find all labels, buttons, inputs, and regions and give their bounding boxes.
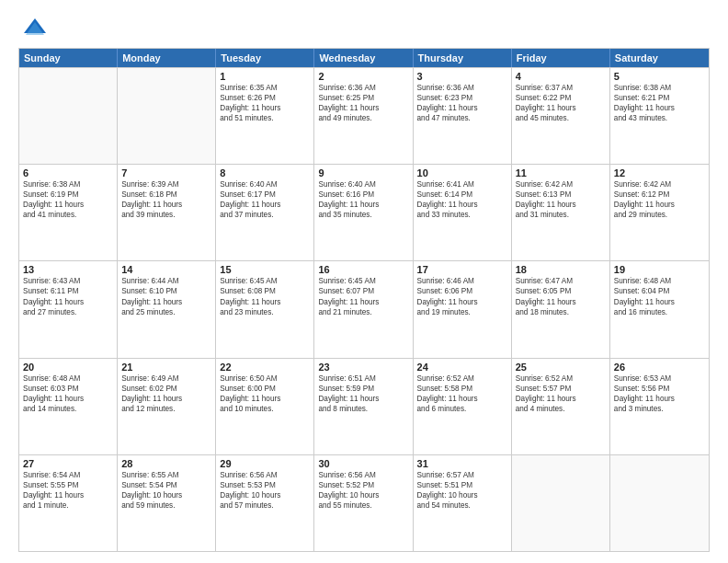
cell-line: Daylight: 10 hours <box>318 490 408 500</box>
cell-line: Sunrise: 6:38 AM <box>614 83 705 93</box>
calendar-cell: 9Sunrise: 6:40 AMSunset: 6:16 PMDaylight… <box>314 165 413 260</box>
cell-line: and 25 minutes. <box>121 307 211 317</box>
cell-line: Daylight: 11 hours <box>614 103 705 113</box>
logo-icon <box>22 15 48 40</box>
day-number: 20 <box>23 362 113 373</box>
day-number: 31 <box>417 458 507 469</box>
cell-line: Daylight: 11 hours <box>121 394 211 404</box>
calendar-header-cell: Saturday <box>610 49 709 67</box>
calendar-cell: 16Sunrise: 6:45 AMSunset: 6:07 PMDayligh… <box>314 261 413 357</box>
cell-line: Sunrise: 6:48 AM <box>614 276 705 286</box>
cell-line: Sunset: 6:17 PM <box>220 190 310 200</box>
calendar-cell: 14Sunrise: 6:44 AMSunset: 6:10 PMDayligh… <box>118 261 216 357</box>
calendar-cell: 10Sunrise: 6:41 AMSunset: 6:14 PMDayligh… <box>414 165 512 260</box>
day-number: 14 <box>121 264 211 275</box>
calendar-cell: 12Sunrise: 6:42 AMSunset: 6:12 PMDayligh… <box>610 165 709 260</box>
cell-line: Sunrise: 6:56 AM <box>220 470 310 480</box>
day-number: 8 <box>220 167 310 178</box>
cell-line: and 6 minutes. <box>417 404 507 414</box>
logo <box>18 15 48 40</box>
calendar-cell: 25Sunrise: 6:52 AMSunset: 5:57 PMDayligh… <box>512 359 610 454</box>
cell-line: Daylight: 11 hours <box>23 394 113 404</box>
cell-line: Daylight: 11 hours <box>614 394 705 404</box>
calendar-cell: 20Sunrise: 6:48 AMSunset: 6:03 PMDayligh… <box>19 359 118 454</box>
cell-line: Daylight: 10 hours <box>417 490 507 500</box>
calendar-header-cell: Wednesday <box>314 49 413 67</box>
cell-line: Daylight: 11 hours <box>417 103 507 113</box>
cell-line: Daylight: 10 hours <box>121 490 211 500</box>
cell-line: and 55 minutes. <box>318 500 408 511</box>
cell-line: Sunset: 5:59 PM <box>318 384 408 394</box>
cell-line: Daylight: 11 hours <box>121 200 211 210</box>
calendar-cell: 11Sunrise: 6:42 AMSunset: 6:13 PMDayligh… <box>512 165 610 260</box>
cell-line: and 29 minutes. <box>614 210 705 220</box>
cell-line: Sunset: 6:19 PM <box>23 190 113 200</box>
cell-line: Sunset: 6:07 PM <box>318 286 408 296</box>
cell-line: Sunset: 6:18 PM <box>121 190 211 200</box>
cell-line: Sunset: 6:12 PM <box>614 190 705 200</box>
cell-line: and 23 minutes. <box>220 307 310 317</box>
calendar-row: 13Sunrise: 6:43 AMSunset: 6:11 PMDayligh… <box>19 260 709 357</box>
calendar-cell: 18Sunrise: 6:47 AMSunset: 6:05 PMDayligh… <box>512 261 610 357</box>
cell-line: Sunset: 6:08 PM <box>220 286 310 296</box>
cell-line: and 4 minutes. <box>516 404 606 414</box>
cell-line: Daylight: 11 hours <box>318 200 408 210</box>
cell-line: and 10 minutes. <box>220 404 310 414</box>
cell-line: and 43 minutes. <box>614 113 705 123</box>
cell-line: Daylight: 11 hours <box>516 394 606 404</box>
cell-line: Sunrise: 6:41 AM <box>417 179 507 190</box>
cell-line: and 19 minutes. <box>417 307 507 317</box>
cell-line: Sunset: 5:52 PM <box>318 480 408 490</box>
cell-line: Sunset: 6:21 PM <box>614 93 705 103</box>
cell-line: Sunset: 6:26 PM <box>220 93 310 103</box>
cell-line: Daylight: 11 hours <box>318 103 408 113</box>
cell-line: Sunset: 6:23 PM <box>417 93 507 103</box>
day-number: 21 <box>121 362 211 373</box>
day-number: 23 <box>318 362 408 373</box>
day-number: 26 <box>614 362 705 373</box>
cell-line: and 33 minutes. <box>417 210 507 220</box>
cell-line: and 18 minutes. <box>516 307 606 317</box>
cell-line: Sunset: 6:16 PM <box>318 190 408 200</box>
calendar-header-cell: Tuesday <box>216 49 314 67</box>
day-number: 24 <box>417 362 507 373</box>
cell-line: Sunrise: 6:52 AM <box>417 373 507 384</box>
day-number: 22 <box>220 362 310 373</box>
cell-line: Sunrise: 6:57 AM <box>417 470 507 480</box>
cell-line: Daylight: 11 hours <box>417 200 507 210</box>
calendar-cell: 30Sunrise: 6:56 AMSunset: 5:52 PMDayligh… <box>314 455 413 551</box>
cell-line: Daylight: 11 hours <box>220 200 310 210</box>
cell-line: Daylight: 11 hours <box>318 297 408 307</box>
day-number: 29 <box>220 458 310 469</box>
cell-line: Daylight: 11 hours <box>516 297 606 307</box>
day-number: 27 <box>23 458 113 469</box>
calendar-cell: 19Sunrise: 6:48 AMSunset: 6:04 PMDayligh… <box>610 261 709 357</box>
cell-line: and 49 minutes. <box>318 113 408 123</box>
cell-line: Sunset: 6:00 PM <box>220 384 310 394</box>
calendar-cell: 24Sunrise: 6:52 AMSunset: 5:58 PMDayligh… <box>414 359 512 454</box>
day-number: 28 <box>121 458 211 469</box>
header <box>18 15 710 40</box>
cell-line: Daylight: 11 hours <box>23 297 113 307</box>
day-number: 17 <box>417 264 507 275</box>
calendar-cell: 2Sunrise: 6:36 AMSunset: 6:25 PMDaylight… <box>314 68 413 164</box>
cell-line: Daylight: 11 hours <box>614 297 705 307</box>
cell-line: Daylight: 11 hours <box>23 490 113 500</box>
day-number: 3 <box>417 71 507 82</box>
cell-line: Sunrise: 6:46 AM <box>417 276 507 286</box>
cell-line: and 1 minute. <box>23 500 113 511</box>
day-number: 12 <box>614 167 705 178</box>
cell-line: Sunset: 5:57 PM <box>516 384 606 394</box>
cell-line: Sunrise: 6:40 AM <box>318 179 408 190</box>
cell-line: Sunrise: 6:45 AM <box>220 276 310 286</box>
day-number: 9 <box>318 167 408 178</box>
cell-line: Sunrise: 6:53 AM <box>614 373 705 384</box>
cell-line: Sunset: 5:53 PM <box>220 480 310 490</box>
calendar-cell: 5Sunrise: 6:38 AMSunset: 6:21 PMDaylight… <box>610 68 709 164</box>
cell-line: Sunrise: 6:40 AM <box>220 179 310 190</box>
calendar-header-cell: Monday <box>118 49 216 67</box>
cell-line: Daylight: 11 hours <box>417 297 507 307</box>
day-number: 11 <box>516 167 606 178</box>
cell-line: Sunrise: 6:48 AM <box>23 373 113 384</box>
cell-line: and 16 minutes. <box>614 307 705 317</box>
